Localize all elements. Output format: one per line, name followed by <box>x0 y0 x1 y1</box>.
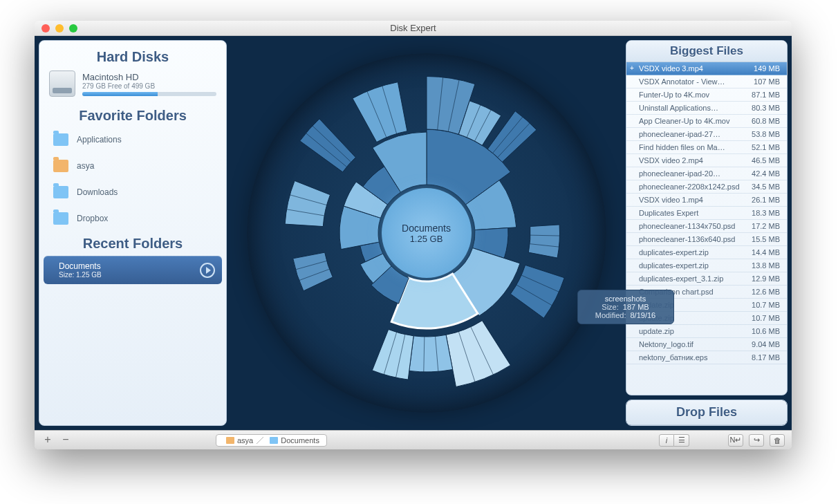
recent-folder-size: Size: 1.25 GB <box>59 271 102 279</box>
sunburst-slice[interactable] <box>510 265 564 318</box>
disk-name: Macintosh HD <box>82 72 216 82</box>
file-row[interactable]: phonecleaner-ipad-20…42.4 MB <box>626 167 787 180</box>
file-row[interactable]: App Cleaner-Up to 4K.mov60.8 MB <box>626 115 787 128</box>
favorite-item-applications[interactable]: Applications <box>39 127 226 153</box>
file-name: duplicates-expert.zip <box>639 261 747 270</box>
file-size: 10.7 MB <box>752 301 780 309</box>
drop-files-panel[interactable]: Drop Files <box>626 400 788 426</box>
scan-button[interactable] <box>200 263 215 278</box>
chart-tooltip: screenshots Size: 187 MB Modified: 8/19/… <box>577 290 674 324</box>
file-size: 46.5 MB <box>752 156 780 165</box>
sunburst-area: Documents 1.25 GB screenshots Size: 187 … <box>231 36 622 430</box>
recent-folders-heading: Recent Folders <box>39 236 226 252</box>
file-size: 52.1 MB <box>752 143 780 151</box>
left-sidebar: Hard Disks Macintosh HD 279 GB Free of 4… <box>39 40 227 426</box>
sunburst-slice[interactable] <box>299 119 355 172</box>
recent-folder-name: Documents <box>59 261 102 271</box>
tooltip-name: screenshots <box>588 295 664 303</box>
file-size: 87.1 MB <box>752 91 780 99</box>
file-row[interactable]: nektony_батник.eps8.17 MB <box>626 351 787 364</box>
file-row[interactable]: Duplicates Expert18.3 MB <box>626 207 787 220</box>
breadcrumb[interactable]: asyaDocuments <box>216 434 327 447</box>
sunburst-slice[interactable] <box>292 252 333 291</box>
favorite-item-asya[interactable]: asya <box>39 153 226 179</box>
file-size: 15.5 MB <box>752 235 780 243</box>
sunburst-slice[interactable] <box>528 225 559 258</box>
favorite-label: Applications <box>77 135 122 144</box>
file-row[interactable]: phonecleaner-2208x1242.psd34.5 MB <box>626 180 787 194</box>
folder-icon <box>53 133 68 146</box>
file-row[interactable]: phonecleaner-1134x750.psd17.2 MB <box>626 220 787 233</box>
hard-disk-icon <box>49 71 75 97</box>
file-row[interactable]: Uninstall Applications…80.3 MB <box>626 102 787 115</box>
file-size: 10.6 MB <box>752 327 780 335</box>
file-size: 42.4 MB <box>752 169 780 178</box>
file-name: VSDX video 3.mp4 <box>639 64 749 73</box>
file-row[interactable]: VSDX video 1.mp426.1 MB <box>626 194 787 207</box>
remove-button[interactable]: − <box>59 435 72 446</box>
file-row[interactable]: Find hidden files on Ma…52.1 MB <box>626 141 787 154</box>
file-row[interactable]: VSDX video 3.mp4149 MB <box>626 62 787 75</box>
file-name: update.zip <box>639 327 747 335</box>
home-icon <box>226 437 234 444</box>
file-row[interactable]: phonecleaner-1136x640.psd15.5 MB <box>626 233 787 246</box>
biggest-files-heading: Biggest Files <box>626 41 787 62</box>
recent-folder-documents[interactable]: Documents Size: 1.25 GB <box>44 256 222 284</box>
file-size: 80.3 MB <box>752 104 780 112</box>
file-row[interactable]: duplicates-expert.zip13.8 MB <box>626 259 787 272</box>
file-size: 60.8 MB <box>752 117 780 125</box>
file-row[interactable]: duplicates-expert_3.1.zip12.9 MB <box>626 272 787 286</box>
disk-row[interactable]: Macintosh HD 279 GB Free of 499 GB <box>39 68 226 104</box>
trash-button[interactable]: 🗑 <box>770 434 785 447</box>
titlebar: Disk Expert <box>35 21 792 36</box>
file-size: 53.8 MB <box>752 130 780 138</box>
file-name: nektony_батник.eps <box>639 353 747 362</box>
favorite-item-downloads[interactable]: Downloads <box>39 179 226 205</box>
file-size: 17.2 MB <box>752 222 780 230</box>
file-row[interactable]: Nektony_logo.tif9.04 MB <box>626 338 787 351</box>
add-button[interactable]: + <box>41 435 54 446</box>
file-name: VSDX video 1.mp4 <box>639 196 747 204</box>
file-name: Funter-Up to 4K.mov <box>639 91 747 99</box>
file-row[interactable]: duplicates-expert.zip14.4 MB <box>626 246 787 259</box>
file-name: phonecleaner-1134x750.psd <box>639 222 747 230</box>
file-name: Nektony_logo.tif <box>639 340 747 348</box>
favorite-folders-heading: Favorite Folders <box>39 108 226 124</box>
file-name: phonecleaner-ipad-20… <box>639 169 747 178</box>
list-view-button[interactable]: ☰ <box>674 434 689 447</box>
chart-center-label[interactable]: Documents 1.25 GB <box>382 188 472 278</box>
file-size: 9.04 MB <box>752 340 780 348</box>
rename-button[interactable]: N↵ <box>728 434 743 447</box>
file-name: phonecleaner-2208x1242.psd <box>639 183 747 191</box>
file-name: App Cleaner-Up to 4K.mov <box>639 117 747 125</box>
right-sidebar: Biggest Files VSDX video 3.mp4149 MBVSDX… <box>626 40 788 426</box>
file-row[interactable]: update.zip10.6 MB <box>626 325 787 338</box>
folder-icon <box>270 437 278 444</box>
sunburst-slice[interactable] <box>285 180 330 226</box>
file-row[interactable]: Funter-Up to 4K.mov87.1 MB <box>626 88 787 102</box>
favorite-label: Downloads <box>77 187 118 197</box>
file-size: 12.9 MB <box>752 274 780 283</box>
sunburst-slice[interactable] <box>372 329 413 380</box>
file-name: phonecleaner-ipad-27… <box>639 130 747 138</box>
file-name: VSDX video 2.mp4 <box>639 156 747 165</box>
sunburst-slice[interactable] <box>352 82 407 142</box>
sunburst-slice[interactable] <box>409 335 452 372</box>
file-size: 107 MB <box>754 77 780 86</box>
file-row[interactable]: phonecleaner-ipad-27…53.8 MB <box>626 128 787 141</box>
file-name: Duplicates Expert <box>639 209 747 217</box>
crumb-documents[interactable]: Documents <box>260 436 326 445</box>
file-row[interactable]: VSDX video 2.mp446.5 MB <box>626 154 787 167</box>
file-row[interactable]: VSDX Annotator - View…107 MB <box>626 75 787 88</box>
sunburst-slice[interactable] <box>446 321 510 387</box>
favorite-label: asya <box>77 161 94 171</box>
file-size: 149 MB <box>754 64 780 73</box>
favorite-item-dropbox[interactable]: Dropbox <box>39 205 226 232</box>
file-size: 26.1 MB <box>752 196 780 204</box>
reveal-button[interactable]: ↪ <box>749 434 764 447</box>
app-window: Disk Expert Hard Disks Macintosh HD 279 … <box>35 21 792 449</box>
crumb-asya[interactable]: asya <box>216 436 260 445</box>
file-name: VSDX Annotator - View… <box>639 77 749 86</box>
file-name: Find hidden files on Ma… <box>639 143 747 151</box>
info-view-button[interactable]: i <box>659 434 674 447</box>
